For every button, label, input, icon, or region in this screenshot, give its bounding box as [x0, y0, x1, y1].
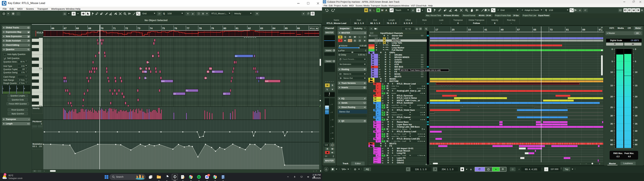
svg-text:77: 77	[187, 27, 190, 30]
svg-text:Modulation: Modulation	[32, 143, 42, 145]
svg-text:40: 40	[635, 130, 637, 132]
svg-text:10: 10	[635, 71, 637, 74]
svg-text:76: 76	[174, 27, 177, 30]
svg-text:›: ›	[313, 170, 314, 172]
svg-text:C4: C4	[210, 68, 212, 70]
svg-text:80: 80	[224, 27, 226, 30]
svg-text:15: 15	[635, 84, 637, 87]
svg-text:F3: F3	[186, 90, 188, 92]
svg-text:5: 5	[612, 60, 613, 63]
svg-text:E3: E3	[174, 93, 176, 95]
svg-text:0: 0	[635, 48, 636, 50]
svg-text:75: 75	[162, 27, 165, 30]
svg-text:25: 25	[452, 28, 454, 31]
svg-text:−: −	[316, 170, 317, 172]
svg-text:A3: A3	[205, 77, 207, 79]
svg-text:G#3: G#3	[161, 80, 164, 82]
svg-text:79: 79	[211, 27, 214, 30]
svg-text:30: 30	[610, 114, 613, 117]
svg-text:89: 89	[582, 28, 585, 31]
svg-text:81: 81	[566, 28, 569, 31]
svg-text:125: 125	[39, 145, 42, 147]
svg-text:CC 1: CC 1	[32, 145, 37, 147]
svg-text:‹: ‹	[44, 170, 44, 172]
svg-text:−: −	[320, 94, 321, 96]
svg-text:2: 2	[10, 88, 10, 90]
svg-text:+: +	[599, 163, 600, 165]
svg-text:1: 1	[2, 88, 4, 90]
svg-text:4: 4	[24, 88, 25, 90]
svg-text:74: 74	[150, 27, 152, 30]
svg-text:68: 68	[76, 27, 79, 30]
svg-text:49: 49	[501, 28, 504, 31]
svg-text:3: 3	[17, 88, 18, 90]
svg-text:84: 84	[272, 27, 276, 30]
svg-text:50: 50	[610, 139, 613, 142]
svg-text:65: 65	[533, 28, 536, 31]
svg-text:33: 33	[468, 28, 471, 31]
svg-text:15: 15	[610, 84, 613, 87]
svg-text:82: 82	[248, 27, 251, 30]
svg-text:25: 25	[635, 106, 637, 108]
svg-text:E4: E4	[235, 55, 237, 57]
svg-text:0: 0	[41, 123, 42, 125]
svg-text:C: C	[149, 68, 150, 70]
svg-text:30: 30	[635, 114, 637, 117]
svg-text:‹: ‹	[430, 163, 431, 165]
svg-text:0: 0	[612, 48, 613, 50]
svg-text:78: 78	[199, 27, 202, 30]
svg-text:35: 35	[610, 122, 613, 125]
svg-text:−: −	[586, 163, 587, 165]
svg-text:E3: E3	[224, 93, 226, 95]
svg-text:20: 20	[635, 95, 637, 98]
svg-text:69: 69	[88, 27, 91, 30]
svg-text:Pitchbend: Pitchbend	[32, 120, 42, 122]
svg-text:72: 72	[125, 27, 128, 30]
svg-text:66: 66	[52, 27, 54, 30]
svg-text:+: +	[34, 170, 35, 172]
svg-text:60: 60	[610, 143, 613, 146]
svg-text:81: 81	[236, 27, 239, 30]
svg-text:D4: D4	[147, 62, 149, 63]
svg-text:5: 5	[635, 60, 636, 63]
svg-text:B3: B3	[144, 71, 146, 73]
svg-text:C4: C4	[39, 67, 42, 70]
svg-text:70: 70	[100, 27, 104, 30]
svg-text:71: 71	[113, 27, 116, 30]
svg-text:E: E	[152, 55, 154, 57]
svg-text:40: 40	[610, 130, 613, 132]
svg-text:+: +	[319, 106, 320, 108]
svg-text:73: 73	[138, 27, 140, 30]
svg-text:B3: B3	[212, 71, 214, 73]
svg-text:RTLG_Mo: RTLG_Mo	[310, 28, 318, 30]
svg-text:20: 20	[610, 95, 613, 98]
svg-text:A3: A3	[145, 77, 147, 79]
svg-text:25: 25	[610, 106, 613, 108]
svg-text:B3: B3	[207, 71, 209, 73]
svg-text:60: 60	[635, 143, 637, 146]
svg-text:C4: C4	[140, 68, 142, 70]
svg-text:73: 73	[550, 28, 552, 31]
svg-text:›: ›	[580, 163, 581, 165]
svg-text:83: 83	[260, 27, 263, 30]
svg-text:C: C	[146, 68, 147, 70]
svg-text:41: 41	[484, 28, 487, 31]
svg-text:17: 17	[435, 28, 438, 31]
svg-text:50: 50	[635, 139, 637, 142]
svg-text:35: 35	[635, 122, 637, 125]
svg-text:Velocity: Velocity	[32, 107, 40, 109]
svg-text:57: 57	[517, 28, 520, 31]
svg-text:67: 67	[64, 27, 66, 30]
svg-text:10: 10	[610, 71, 613, 74]
svg-text:86: 86	[297, 27, 300, 30]
svg-text:G#3: G#3	[265, 80, 268, 82]
svg-text:A3: A3	[260, 77, 262, 79]
svg-text:85: 85	[285, 27, 288, 30]
